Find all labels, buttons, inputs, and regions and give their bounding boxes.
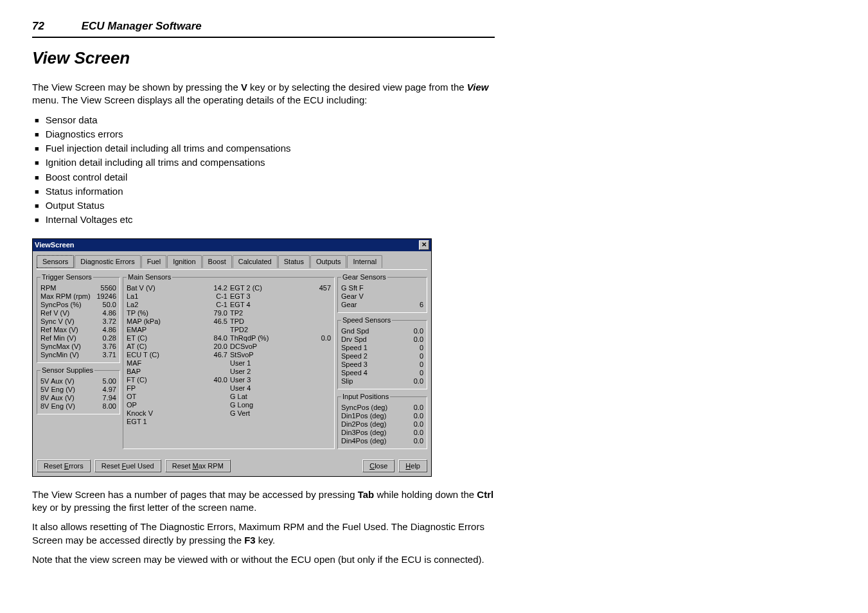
kv-value: 40.0	[204, 376, 227, 384]
kv-list: Bat V (V)14.2La1C-1La2C-1TP (%)79.0MAP (…	[127, 284, 227, 426]
kv-label: Drv Spd	[341, 335, 367, 344]
kv-label: TPD2	[230, 326, 248, 334]
reset-fuel-used-button[interactable]: Reset Fuel Used	[94, 459, 161, 472]
kv-value	[308, 368, 331, 376]
kv-row: StSvoP	[230, 351, 331, 359]
kv-label: Bat V (V)	[127, 284, 155, 292]
kv-value: 0.0	[400, 437, 423, 445]
kv-row: Knock V	[127, 409, 227, 418]
kv-row: Ref V (V)4.86	[40, 309, 116, 317]
kv-row: AT (C)20.0	[127, 342, 227, 351]
tab-status[interactable]: Status	[278, 255, 310, 269]
help-button[interactable]: Help	[398, 459, 427, 472]
kv-value: 0	[400, 369, 423, 377]
kv-row: Speed 40	[341, 369, 423, 377]
tab-boost[interactable]: Boost	[202, 255, 232, 269]
body-paragraph: It also allows resetting of The Diagnost…	[32, 520, 495, 547]
kv-label: OP	[127, 401, 137, 409]
intro-paragraph: The View Screen may be shown by pressing…	[32, 81, 495, 107]
kv-label: ET (C)	[127, 334, 147, 342]
kv-row: User 4	[230, 384, 331, 393]
kv-row: OT	[127, 393, 227, 401]
tab-calculated[interactable]: Calculated	[233, 255, 278, 269]
kv-row: 5V Aux (V)5.00	[40, 377, 116, 386]
kv-label: OT	[127, 393, 136, 401]
kv-row: EMAP	[127, 326, 227, 334]
kv-value	[308, 317, 331, 326]
kv-row: Drv Spd0.0	[341, 335, 423, 344]
kv-value: C-1	[204, 301, 227, 309]
kv-value: 46.7	[204, 351, 227, 359]
kv-label: Gnd Spd	[341, 327, 369, 335]
list-item: Internal Voltages etc	[35, 213, 495, 226]
kv-row: EGT 3	[230, 292, 331, 301]
kv-value	[308, 384, 331, 393]
kv-label: EGT 1	[127, 418, 147, 426]
kv-label: 5V Aux (V)	[40, 377, 75, 386]
close-button[interactable]: Close	[362, 459, 394, 472]
kv-row: 8V Eng (V)8.00	[40, 402, 116, 411]
kv-label: Speed 2	[341, 352, 368, 360]
kv-value: 4.86	[93, 309, 116, 317]
kv-label: Ref V (V)	[40, 309, 69, 317]
viewscreen-dialog: ViewScreen ✕ Sensors Diagnostic Errors F…	[32, 238, 432, 477]
kv-value: 14.2	[204, 284, 227, 292]
kv-label: TPD	[230, 317, 244, 326]
kv-label: Speed 4	[341, 369, 368, 377]
kv-row: BAP	[127, 368, 227, 376]
kv-label: Speed 1	[341, 344, 368, 352]
tab-outputs[interactable]: Outputs	[310, 255, 347, 269]
tab-sensors[interactable]: Sensors	[37, 255, 74, 269]
kv-value: 0	[400, 360, 423, 369]
kv-value: 0.0	[400, 412, 423, 420]
group-legend: Input Positions	[341, 392, 390, 402]
kv-row: Din3Pos (deg)0.0	[341, 429, 423, 437]
kv-label: SyncPos (%)	[40, 301, 82, 309]
kv-value: 3.76	[93, 342, 116, 351]
kv-value: 50.0	[93, 301, 116, 309]
kv-value	[204, 384, 227, 393]
kv-value: 457	[308, 284, 331, 292]
tab-fuel[interactable]: Fuel	[141, 255, 166, 269]
kv-value: 3.71	[93, 351, 116, 359]
tab-ignition[interactable]: Ignition	[167, 255, 201, 269]
kv-row: Din4Pos (deg)0.0	[341, 437, 423, 445]
kv-row: Gnd Spd0.0	[341, 327, 423, 335]
group-speed-sensors: Speed Sensors Gnd Spd0.0Drv Spd0.0Speed …	[337, 315, 427, 389]
reset-errors-button[interactable]: Reset Errors	[37, 459, 91, 472]
kv-value: C-1	[204, 292, 227, 301]
list-item: Status information	[35, 185, 495, 198]
kv-label: Din2Pos (deg)	[341, 420, 386, 429]
close-icon[interactable]: ✕	[419, 240, 429, 250]
tab-internal[interactable]: Internal	[347, 255, 382, 269]
kv-label: SyncMax (V)	[40, 342, 81, 351]
kv-label: EMAP	[127, 326, 146, 334]
kv-row: Slip0.0	[341, 377, 423, 386]
kv-label: Max RPM (rpm)	[40, 292, 91, 301]
kv-value: 84.0	[204, 334, 227, 342]
kv-label: BAP	[127, 368, 141, 376]
tab-diagnostic-errors[interactable]: Diagnostic Errors	[75, 255, 140, 269]
kv-value: 46.5	[204, 317, 227, 326]
kv-label: G Vert	[230, 409, 250, 418]
kv-value	[308, 342, 331, 351]
kv-row: MAP (kPa)46.5	[127, 317, 227, 326]
kv-label: La2	[127, 301, 138, 309]
group-gear-sensors: Gear Sensors G Sft FGear VGear6	[337, 272, 427, 313]
list-item: Diagnostics errors	[35, 128, 495, 141]
kv-label: ThRqdP (%)	[230, 334, 269, 342]
reset-max-rpm-button[interactable]: Reset Max RPM	[165, 459, 231, 472]
kv-value: 0.0	[400, 420, 423, 429]
kv-label: FT (C)	[127, 376, 147, 384]
kv-list: 5V Aux (V)5.005V Eng (V)4.978V Aux (V)7.…	[40, 377, 116, 411]
list-item: Boost control detail	[35, 171, 495, 184]
kv-label: 5V Eng (V)	[40, 386, 75, 394]
kv-row: OP	[127, 401, 227, 409]
kv-value: 0.28	[93, 334, 116, 342]
kv-value	[400, 284, 423, 292]
kv-row: ECU T (C)46.7	[127, 351, 227, 359]
kv-row: FT (C)40.0	[127, 376, 227, 384]
kv-value: 0	[400, 344, 423, 352]
kv-label: User 1	[230, 359, 251, 368]
kv-row: FP	[127, 384, 227, 393]
